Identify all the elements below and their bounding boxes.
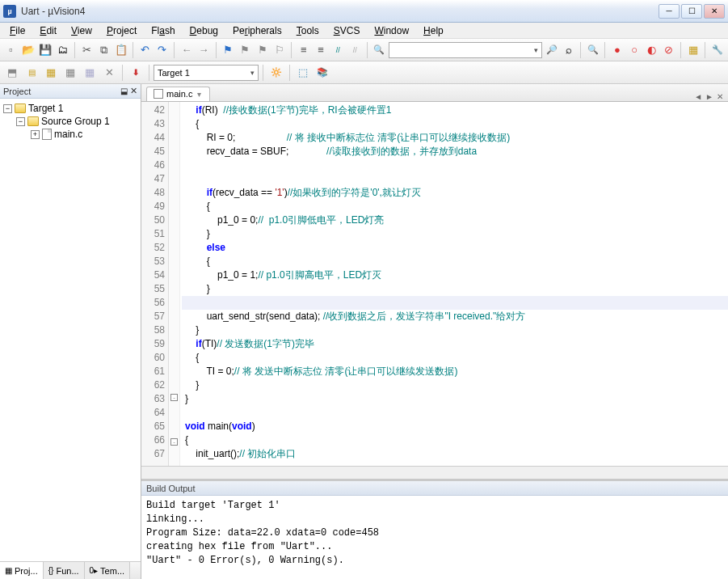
- breakpoint-enable-button[interactable]: [644, 41, 659, 59]
- translate-button[interactable]: [3, 64, 21, 82]
- uncomment-button[interactable]: [347, 41, 363, 59]
- functions-icon: {}: [48, 566, 54, 575]
- find-in-files-button[interactable]: [372, 41, 387, 59]
- bookmark-prev-button[interactable]: [238, 41, 253, 59]
- breakpoint-kill-button[interactable]: [661, 41, 676, 59]
- find-button[interactable]: [544, 41, 559, 59]
- indent-button[interactable]: [296, 41, 311, 59]
- folder-icon: [15, 104, 26, 113]
- manage-books-button[interactable]: [314, 64, 331, 82]
- window-layout-button[interactable]: [685, 41, 701, 59]
- tab-next-button[interactable]: ►: [705, 92, 713, 101]
- menu-svcs[interactable]: SVCS: [327, 23, 367, 38]
- tree-target-label: Target 1: [28, 103, 63, 114]
- build-button[interactable]: [23, 64, 40, 82]
- tree-group[interactable]: − Source Group 1: [2, 115, 139, 128]
- stop-build-button[interactable]: [81, 64, 99, 82]
- editor-area: main.c ▾ ◄ ► ✕ 4243444546474849505152535…: [141, 84, 728, 579]
- redo-button[interactable]: [154, 41, 170, 59]
- new-button[interactable]: [3, 41, 19, 59]
- copy-button[interactable]: [96, 41, 112, 59]
- manage-components-button[interactable]: [294, 64, 312, 82]
- paste-button[interactable]: [113, 41, 128, 59]
- menu-view[interactable]: View: [65, 23, 99, 38]
- nav-forward-button[interactable]: [196, 41, 212, 59]
- menu-tools[interactable]: Tools: [290, 23, 326, 38]
- file-icon: [42, 129, 52, 140]
- target-options-button[interactable]: [267, 64, 285, 82]
- close-button[interactable]: ✕: [704, 4, 725, 19]
- save-all-button[interactable]: [55, 41, 70, 59]
- rebuild-button[interactable]: [42, 64, 60, 82]
- stop-button[interactable]: [100, 64, 118, 82]
- file-icon: [154, 89, 163, 99]
- collapse-icon[interactable]: −: [3, 104, 12, 113]
- comment-button[interactable]: [330, 41, 346, 59]
- download-button[interactable]: [127, 64, 145, 82]
- project-icon: ▦: [5, 566, 12, 575]
- outdent-button[interactable]: [313, 41, 328, 59]
- tree-group-label: Source Group 1: [41, 116, 110, 127]
- folder-icon: [27, 116, 39, 126]
- project-tree[interactable]: − Target 1 − Source Group 1 + main.c: [0, 99, 141, 561]
- menu-help[interactable]: Help: [417, 23, 450, 38]
- tree-target[interactable]: − Target 1: [2, 102, 139, 115]
- fold-column[interactable]: --: [169, 102, 180, 466]
- find-combo[interactable]: [389, 42, 542, 58]
- menu-file[interactable]: File: [3, 23, 32, 38]
- minimize-button[interactable]: ─: [659, 4, 680, 19]
- horizontal-scrollbar[interactable]: [141, 466, 728, 479]
- project-panel-header: Project ⬓ ✕: [0, 84, 141, 99]
- editor-tab-main[interactable]: main.c ▾: [146, 87, 210, 101]
- pin-icon[interactable]: ⬓: [120, 87, 128, 95]
- menubar: File Edit View Project Flash Debug Perip…: [0, 23, 728, 39]
- menu-window[interactable]: Window: [368, 23, 415, 38]
- collapse-icon[interactable]: −: [16, 117, 25, 126]
- line-number-gutter: 4243444546474849505152535455565758596061…: [141, 102, 169, 466]
- tree-file-label: main.c: [54, 129, 82, 140]
- code-content[interactable]: if(RI) //接收数据(1字节)完毕，RI会被硬件置1 { RI = 0; …: [180, 102, 728, 466]
- target-select[interactable]: Target 1: [154, 65, 259, 81]
- templates-icon: 0▸: [90, 566, 99, 575]
- editor-tabbar: main.c ▾ ◄ ► ✕: [141, 84, 728, 102]
- maximize-button[interactable]: ☐: [681, 4, 702, 19]
- undo-button[interactable]: [137, 41, 153, 59]
- tab-project[interactable]: ▦Proj...: [0, 562, 44, 579]
- menu-debug[interactable]: Debug: [183, 23, 225, 38]
- bookmark-clear-button[interactable]: [271, 41, 287, 59]
- window-title: Uart - µVision4: [21, 6, 659, 17]
- build-toolbar: Target 1: [0, 61, 728, 84]
- expand-icon[interactable]: +: [31, 130, 40, 139]
- cut-button[interactable]: [79, 41, 95, 59]
- batch-build-button[interactable]: [61, 64, 79, 82]
- debug-button[interactable]: [585, 41, 600, 59]
- menu-project[interactable]: Project: [100, 23, 143, 38]
- menu-flash[interactable]: Flash: [145, 23, 181, 38]
- menu-peripherals[interactable]: Peripherals: [226, 23, 288, 38]
- code-editor[interactable]: 4243444546474849505152535455565758596061…: [141, 102, 728, 466]
- bookmark-next-button[interactable]: [255, 41, 270, 59]
- tab-templates[interactable]: 0▸Tem...: [85, 562, 131, 579]
- tab-prev-button[interactable]: ◄: [694, 92, 702, 101]
- save-button[interactable]: [37, 41, 53, 59]
- breakpoint-insert-button[interactable]: [609, 41, 625, 59]
- build-output-text[interactable]: Build target 'Target 1' linking... Progr…: [141, 496, 728, 579]
- titlebar: µ Uart - µVision4 ─ ☐ ✕: [0, 0, 728, 23]
- panel-close-button[interactable]: ✕: [130, 86, 137, 95]
- tab-close-button[interactable]: ✕: [717, 92, 723, 101]
- build-output-header: Build Output: [141, 481, 728, 496]
- open-button[interactable]: [20, 41, 36, 59]
- configure-button[interactable]: [709, 41, 725, 59]
- menu-edit[interactable]: Edit: [33, 23, 63, 38]
- tab-menu-icon[interactable]: ▾: [197, 90, 201, 99]
- project-panel: Project ⬓ ✕ − Target 1 − Source Group 1 …: [0, 84, 141, 579]
- tree-file[interactable]: + main.c: [2, 128, 139, 141]
- app-icon: µ: [3, 5, 16, 18]
- tab-functions[interactable]: {}Fun...: [44, 562, 85, 579]
- bookmark-toggle-button[interactable]: [221, 41, 236, 59]
- incremental-find-button[interactable]: [561, 41, 576, 59]
- project-panel-title: Project: [3, 87, 31, 96]
- breakpoint-disable-button[interactable]: [627, 41, 642, 59]
- nav-back-button[interactable]: [179, 41, 194, 59]
- file-toolbar: [0, 39, 728, 61]
